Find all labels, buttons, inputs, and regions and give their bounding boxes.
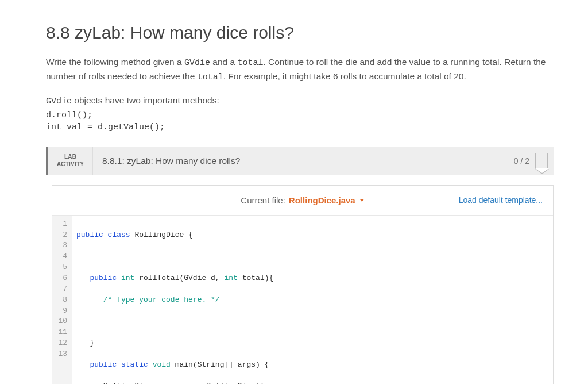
editor-header: Current file: RollingDice.java Load defa… [52, 186, 553, 216]
text: RollingDice game = [103, 382, 188, 384]
load-default-link[interactable]: Load default template... [459, 195, 543, 205]
kw: new [188, 382, 202, 384]
text: rollTotal(GVdie d, [134, 274, 224, 282]
text: objects have two important methods: [72, 95, 219, 105]
code-total-2: total [198, 72, 223, 82]
lab-activity-banner: LAB ACTIVITY 8.8.1: zyLab: How many dice… [46, 147, 554, 175]
text: . For example, it might take 6 rolls to … [223, 71, 466, 81]
current-file-dropdown[interactable]: Current file: RollingDice.java [241, 195, 364, 205]
comment: /* Type your code here. */ [103, 295, 220, 304]
text: total){ [238, 274, 273, 282]
text: Write the following method given a [46, 57, 184, 67]
lab-label: LAB ACTIVITY [48, 147, 93, 175]
code-body[interactable]: public class RollingDice { public int ro… [72, 216, 553, 384]
kw: int [224, 274, 237, 282]
ws [76, 274, 90, 282]
kw: public [90, 360, 117, 369]
text: and a [210, 57, 237, 67]
kw: public [90, 274, 117, 282]
code-editor-card: Current file: RollingDice.java Load defa… [52, 185, 554, 384]
text: RollingDice(); [202, 382, 269, 384]
lab-label-bottom: ACTIVITY [57, 161, 84, 168]
code-line: int val = d.getValue(); [46, 121, 554, 133]
code-gvdie: GVdie [184, 58, 210, 68]
filename: RollingDice.java [289, 195, 355, 205]
score-text: 0 / 2 [514, 156, 529, 166]
instructions-paragraph: Write the following method given a GVdie… [46, 55, 554, 85]
code-line: d.roll(); [46, 109, 554, 121]
text: main(String[] args) { [171, 360, 269, 369]
methods-intro: GVdie objects have two important methods… [46, 94, 554, 108]
code-gvdie-2: GVdie [46, 97, 72, 106]
lab-title: 8.8.1: zyLab: How many dice rolls? [93, 147, 508, 175]
line-gutter: 12345678910111213 [52, 216, 72, 384]
code-editor[interactable]: 12345678910111213 public class RollingDi… [52, 216, 553, 384]
chevron-down-icon [360, 199, 365, 202]
lab-score: 0 / 2 [508, 147, 554, 175]
page-title: 8.8 zyLab: How many dice rolls? [46, 23, 554, 43]
kw: void [148, 360, 171, 369]
code-total: total [237, 58, 263, 68]
kw: int [117, 274, 134, 282]
ws [76, 295, 103, 304]
ws [76, 360, 90, 369]
ident: RollingDice [134, 231, 184, 239]
lab-label-top: LAB [64, 153, 76, 161]
instructions: Write the following method given a GVdie… [46, 55, 554, 133]
method-signatures: d.roll(); int val = d.getValue(); [46, 109, 554, 133]
kw: static [117, 360, 148, 369]
current-file-label: Current file: [241, 195, 285, 205]
text: { [184, 231, 193, 239]
text: } [90, 339, 94, 347]
ws [76, 382, 103, 384]
bookmark-icon[interactable] [535, 153, 548, 169]
ws [76, 339, 90, 347]
kw: public class [76, 231, 130, 239]
